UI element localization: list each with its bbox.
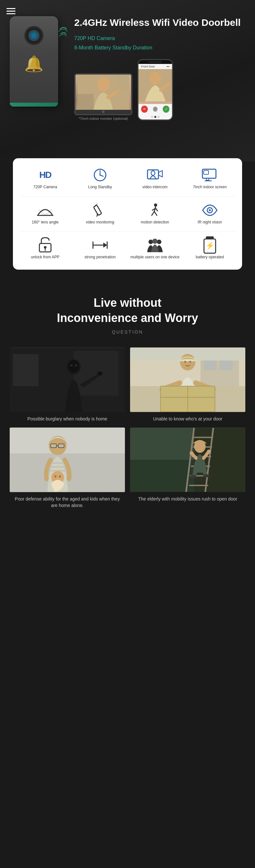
scenario-burglar: Possible burglary when nobody is home [10, 347, 125, 423]
eye-icon [201, 203, 219, 217]
doorbell-bottom-bar [10, 103, 58, 106]
feature-video-monitoring: video monitoring [74, 203, 126, 225]
svg-point-11 [151, 171, 155, 175]
svg-rect-46 [13, 354, 38, 386]
svg-point-23 [154, 204, 157, 207]
feature-battery-operated: ⚡ battery operated [184, 238, 236, 260]
scenarios-grid: Possible burglary when nobody is home [10, 347, 245, 508]
users-icon [146, 238, 164, 252]
svg-point-91 [190, 475, 197, 478]
feature-hd-camera: HD 720P Camera [19, 168, 71, 190]
video-intercom-icon [146, 168, 164, 182]
feature-label-lens: 160° lens angle [32, 220, 59, 225]
svg-point-88 [194, 440, 205, 453]
svg-marker-12 [158, 170, 162, 177]
feature-unlock-app: unlock from APP [19, 238, 71, 260]
scenario-burglar-caption: Possible burglary when nobody is home [10, 412, 125, 423]
feature-label-indoor-screen: 7inch indoor screen [193, 185, 227, 190]
features-row-3: unlock from APP strong penetration [19, 231, 236, 260]
svg-rect-2 [77, 94, 94, 110]
scenario-elderly-caption: Poor defense ability for the aged and ki… [10, 492, 125, 508]
svg-point-61 [189, 361, 191, 363]
features-row-1: HD 720P Camera Long Standby [19, 168, 236, 190]
pencil-icon [91, 203, 109, 217]
svg-rect-14 [206, 178, 209, 180]
svg-rect-71 [58, 444, 64, 447]
svg-point-92 [203, 474, 210, 477]
monitor-caption: *7inch indoor monitor (optional) [79, 117, 128, 120]
live-section: Live without Inconvenience and Worry QUE… [0, 279, 255, 522]
live-title: Live without Inconvenience and Worry [10, 296, 245, 326]
svg-line-25 [152, 212, 154, 215]
hero-features: 720P HD Camera 8-Month Battery Standby D… [74, 34, 245, 53]
features-wrapper: HD 720P Camera Long Standby [0, 158, 255, 279]
svg-rect-47 [73, 351, 119, 396]
svg-rect-3 [116, 74, 129, 94]
hero-feature-2: 8-Month Battery Standby Duration [74, 43, 245, 53]
hd-icon: HD [39, 170, 51, 180]
feature-label-motion: motion detection [141, 220, 169, 225]
feature-lens-angle: 160° lens angle [19, 203, 71, 225]
hero-title: 2.4GHz Wireless Wifi Video Doorbell [74, 16, 245, 29]
scenario-delivery-caption: Unable to know who's at your door [130, 412, 245, 423]
scenario-worker-caption: The elderly with mobility issues rush to… [130, 492, 245, 502]
feature-video-intercom: video intercom [129, 168, 181, 190]
svg-line-26 [154, 212, 157, 215]
feature-label-standby: Long Standby [88, 185, 112, 190]
screen-icon [201, 168, 219, 182]
wifi-waves [58, 24, 68, 42]
feature-indoor-screen: 7inch indoor screen [184, 168, 236, 190]
lock-icon [36, 238, 54, 252]
feature-label-hd: 720P Camera [33, 185, 57, 190]
phone-image: Front Door ▪▪▪ ✕ ⋯ ✓ [137, 59, 173, 120]
feature-label-battery: battery operated [196, 255, 224, 260]
svg-rect-16 [204, 170, 209, 175]
feature-label-multi-users: multiple users on one device [130, 255, 180, 260]
svg-point-74 [55, 475, 57, 477]
features-row-2: 160° lens angle video monitoring [19, 196, 236, 225]
svg-point-38 [149, 240, 153, 244]
arrow-icon [91, 238, 109, 252]
scenario-elderly: Poor defense ability for the aged and ki… [10, 428, 125, 508]
hero-section: 🔔 2.4GHz Wireless Wifi Video Doorbell 72… [0, 0, 255, 161]
svg-point-89 [189, 451, 193, 455]
phone-decline-btn[interactable]: ✕ [141, 105, 148, 113]
svg-point-49 [68, 360, 79, 373]
feature-multiple-users: multiple users on one device [129, 238, 181, 260]
scenario-delivery-image [130, 347, 245, 412]
live-subtitle: QUESTION [10, 330, 245, 335]
feature-label-video-intercom: video intercom [142, 185, 167, 190]
svg-point-90 [207, 450, 211, 454]
svg-point-1 [97, 77, 110, 91]
svg-point-40 [152, 239, 158, 244]
svg-marker-37 [103, 243, 107, 248]
feature-motion-detection: motion detection [129, 203, 181, 225]
svg-rect-20 [94, 205, 102, 215]
phone-signal: ▪▪▪ [166, 65, 169, 68]
svg-text:⚡: ⚡ [205, 241, 215, 250]
hero-devices: *7inch indoor monitor (optional) Front D… [74, 59, 245, 120]
feature-strong-penetration: strong penetration [74, 238, 126, 260]
menu-button[interactable] [6, 6, 15, 16]
hero-feature-1: 720P HD Camera [74, 34, 245, 43]
svg-point-75 [59, 475, 61, 477]
svg-rect-70 [51, 444, 57, 447]
scenario-delivery: Unable to know who's at your door [130, 347, 245, 423]
feature-label-unlock: unlock from APP [31, 255, 60, 260]
svg-point-50 [70, 365, 73, 367]
feature-label-penetration: strong penetration [85, 255, 116, 260]
scenario-elderly-image [10, 428, 125, 492]
phone-status-label: Front Door [141, 65, 155, 68]
svg-point-9 [99, 175, 101, 176]
scenario-worker-image [130, 428, 245, 492]
svg-point-5 [150, 72, 161, 85]
scenario-burglar-image [10, 347, 125, 412]
phone-accept-btn[interactable]: ✓ [163, 105, 169, 113]
features-section: HD 720P Camera Long Standby [13, 158, 242, 270]
monitor-image [74, 73, 132, 115]
svg-point-39 [157, 240, 161, 244]
feature-label-monitoring: video monitoring [86, 220, 114, 225]
clock-icon [91, 168, 109, 182]
feature-night-vision: IR night vision [184, 203, 236, 225]
doorbell-image: 🔔 [10, 16, 58, 106]
